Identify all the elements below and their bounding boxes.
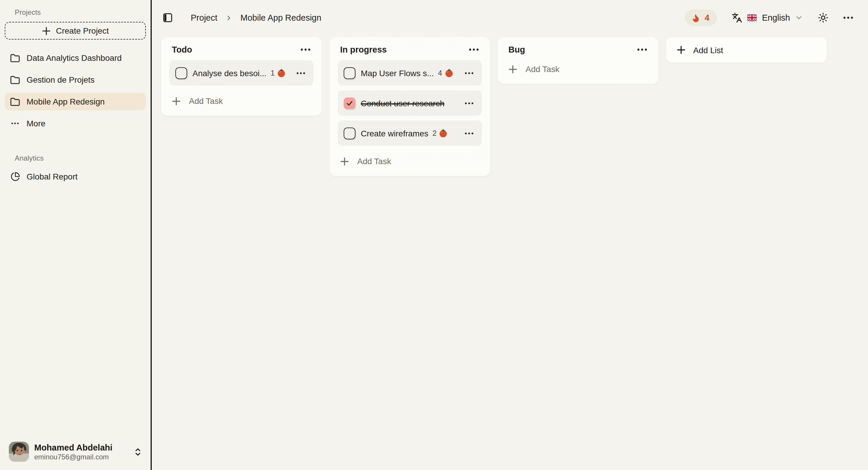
column-header: In progress — [330, 37, 490, 58]
sidebar-item-label: More — [27, 119, 45, 128]
sidebar: Projects Create Project Data Analytics D… — [0, 0, 151, 470]
pomodoro-count: 4 — [438, 69, 442, 77]
language-label: English — [762, 13, 790, 23]
task-menu-button[interactable] — [464, 101, 475, 105]
add-task-button[interactable]: Add Task — [330, 151, 401, 174]
task-menu-button[interactable] — [464, 70, 475, 75]
languages-icon — [732, 12, 743, 23]
sidebar-item-data-analytics-dashboard[interactable]: Data Analytics Dashboard — [5, 49, 146, 67]
task-checkbox[interactable] — [344, 67, 355, 79]
plus-icon — [677, 45, 686, 54]
create-project-button[interactable]: Create Project — [5, 22, 146, 39]
add-list-label: Add List — [693, 45, 723, 55]
avatar — [9, 442, 29, 462]
tomato-icon — [444, 68, 454, 78]
pomodoro-count: 2 — [433, 129, 437, 137]
breadcrumb-root[interactable]: Project — [191, 13, 217, 23]
sidebar-item-label: Data Analytics Dashboard — [27, 53, 122, 63]
topbar: Project Mobile App Redesign 4 — [152, 0, 868, 35]
chevron-down-icon — [795, 13, 803, 22]
theme-toggle-button[interactable] — [818, 12, 829, 23]
plus-icon — [508, 65, 517, 73]
board-column-todo: Todo Analyse des besoi... 1 — [161, 37, 322, 116]
user-meta: Mohamed Abdelahi eminou756@gmail.com — [34, 443, 113, 461]
task-row[interactable]: Conduct user research — [338, 90, 482, 116]
tomato-icon — [438, 128, 448, 138]
ellipsis-icon — [301, 49, 311, 51]
ellipsis-icon — [469, 49, 479, 51]
check-icon — [345, 99, 354, 107]
add-task-button[interactable]: Add Task — [161, 90, 232, 113]
main-area: Project Mobile App Redesign 4 — [152, 0, 868, 470]
column-menu-button[interactable] — [299, 47, 312, 52]
ellipsis-icon — [465, 132, 473, 134]
sidebar-item-global-report[interactable]: Global Report — [5, 168, 146, 185]
add-task-label: Add Task — [357, 156, 391, 166]
task-list: Map User Flows s... 4 Conduct user resea… — [330, 60, 490, 146]
task-title: Analyse des besoi... — [192, 68, 267, 77]
plus-icon — [172, 97, 181, 105]
column-menu-button[interactable] — [468, 47, 480, 52]
analytics-section-label: Analytics — [15, 154, 146, 162]
folder-icon — [10, 75, 20, 84]
breadcrumb-current: Mobile App Redesign — [240, 13, 321, 23]
language-selector[interactable]: English — [732, 12, 803, 23]
column-title: In progress — [340, 45, 387, 54]
task-row[interactable]: Create wireframes 2 — [338, 121, 482, 146]
task-checkbox[interactable] — [175, 67, 187, 79]
more-options-button[interactable] — [843, 17, 853, 19]
pomodoro-indicator: 1 — [271, 68, 287, 78]
app-window: Projects Create Project Data Analytics D… — [0, 0, 868, 470]
task-title: Conduct user research — [361, 98, 444, 108]
folder-icon — [10, 97, 20, 106]
sidebar-item-gestion-de-projets[interactable]: Gestion de Projets — [5, 71, 146, 89]
add-task-label: Add Task — [189, 96, 223, 106]
add-list-card[interactable]: Add List — [666, 37, 827, 63]
sidebar-spacer — [5, 190, 146, 439]
streak-count: 4 — [705, 13, 709, 23]
column-title: Bug — [508, 45, 525, 54]
user-menu[interactable]: Mohamed Abdelahi eminou756@gmail.com — [5, 439, 146, 463]
sidebar-item-label: Mobile App Redesign — [27, 97, 105, 106]
projects-section-label: Projects — [15, 8, 146, 17]
sidebar-item-mobile-app-redesign[interactable]: Mobile App Redesign — [5, 93, 146, 111]
chevron-right-icon — [225, 14, 232, 22]
pie-chart-icon — [10, 172, 20, 181]
plus-icon — [340, 157, 349, 166]
sidebar-item-label: Global Report — [27, 172, 78, 181]
board-column-in-progress: In progress Map User Flows s... 4 — [330, 37, 490, 176]
folder-icon — [10, 54, 20, 62]
sun-icon — [818, 12, 829, 23]
uk-flag-icon — [747, 14, 757, 21]
ellipsis-icon — [465, 102, 473, 104]
task-menu-button[interactable] — [295, 70, 306, 75]
ellipsis-icon — [465, 72, 473, 74]
chevrons-up-down-icon — [134, 447, 142, 456]
plus-icon — [42, 26, 51, 35]
board-column-bug: Bug Add Task — [498, 37, 658, 84]
pomodoro-streak-button[interactable]: 4 — [685, 9, 717, 26]
pomodoro-indicator: 2 — [433, 128, 448, 138]
task-checkbox[interactable] — [344, 127, 355, 139]
column-title: Todo — [172, 45, 192, 54]
column-menu-button[interactable] — [636, 47, 648, 52]
board: Todo Analyse des besoi... 1 — [152, 35, 868, 178]
user-email: eminou756@gmail.com — [34, 452, 113, 461]
ellipsis-icon — [637, 49, 647, 51]
sidebar-item-more[interactable]: More — [5, 115, 146, 132]
breadcrumb: Project Mobile App Redesign — [191, 13, 321, 23]
analytics-section: Analytics Global Report — [5, 154, 146, 190]
task-row[interactable]: Map User Flows s... 4 — [338, 60, 482, 86]
task-checkbox[interactable] — [344, 97, 355, 109]
column-header: Bug — [498, 37, 658, 58]
ellipsis-icon — [297, 72, 305, 74]
sidebar-toggle-button[interactable] — [162, 12, 173, 23]
pomodoro-count: 1 — [271, 69, 275, 77]
task-menu-button[interactable] — [464, 131, 475, 135]
task-title: Map User Flows s... — [361, 68, 434, 77]
task-title: Create wireframes — [361, 128, 428, 138]
task-row[interactable]: Analyse des besoi... 1 — [169, 60, 314, 86]
add-task-button[interactable]: Add Task — [498, 58, 569, 82]
sidebar-item-label: Gestion de Projets — [27, 75, 94, 85]
ellipsis-icon — [843, 17, 853, 19]
